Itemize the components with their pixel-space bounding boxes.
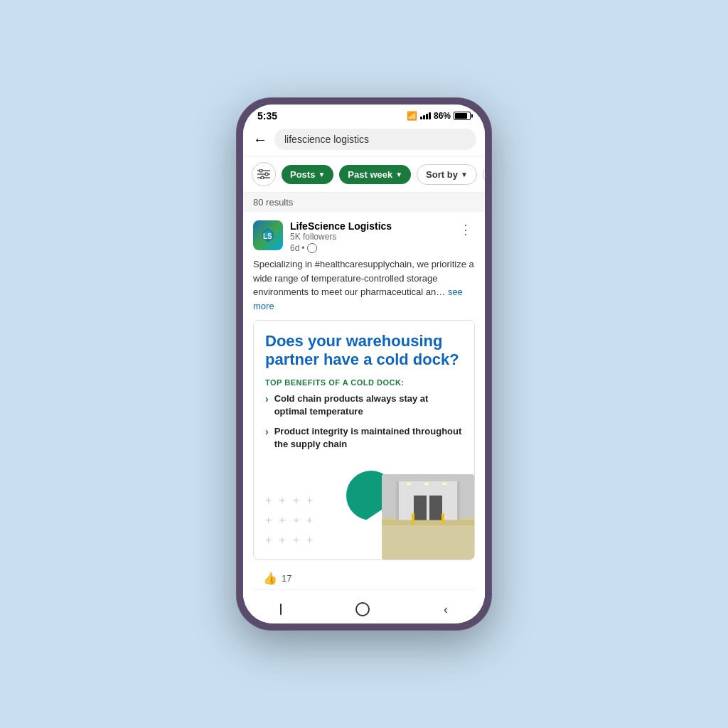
chevron-down-icon: ▼ [318, 171, 325, 178]
post-time-label: 6d [290, 243, 299, 253]
filter-pill-past-week[interactable]: Past week ▼ [339, 165, 411, 184]
filter-bar: Posts ▼ Past week ▼ Sort by ▼ Fr [243, 156, 485, 193]
filter-pill-sort-by[interactable]: Sort by ▼ [417, 164, 477, 185]
svg-rect-16 [424, 483, 429, 485]
filter-past-week-label: Past week [348, 169, 392, 180]
card-decorative: + + + + + + + + + + + + [254, 467, 320, 560]
benefit-arrow-icon: › [265, 393, 269, 405]
svg-point-3 [265, 173, 268, 176]
plus-icon: + [293, 534, 299, 547]
filter-sort-by-label: Sort by [426, 169, 458, 180]
results-count: 80 results [253, 197, 293, 208]
reaction-count: 17 [282, 573, 291, 584]
benefit-arrow-icon: › [265, 426, 269, 437]
card-bottom: + + + + + + + + + + + + [254, 467, 474, 560]
svg-text:LS: LS [263, 232, 272, 240]
svg-rect-18 [412, 513, 414, 524]
filter-pill-fr[interactable]: Fr [483, 164, 485, 185]
status-time: 5:35 [257, 110, 277, 122]
signal-bars-icon [420, 112, 431, 119]
wifi-icon: 📶 [407, 111, 417, 121]
sliders-icon [257, 169, 270, 179]
post-header: LS LifeScience Logistics 5K followers 6d… [253, 220, 475, 253]
nav-back-button[interactable]: ‹ [444, 602, 448, 617]
plus-icon: + [279, 514, 285, 527]
chevron-down-icon: ▼ [395, 171, 402, 178]
plus-icon: + [306, 514, 313, 527]
action-bar: Like Comment Repost [253, 590, 475, 598]
search-area: ← lifescience logistics [243, 124, 485, 156]
benefit-text-1: Cold chain products always stay at optim… [274, 392, 463, 418]
phone-screen: 5:35 📶 86% ← lifescience logistics [243, 105, 485, 623]
post-time: 6d • [290, 243, 392, 253]
svg-rect-15 [407, 483, 411, 485]
post-text: Specializing in #healthcaresupplychain, … [253, 259, 474, 297]
svg-rect-12 [414, 496, 427, 520]
plus-icon: + [293, 514, 299, 527]
svg-rect-19 [441, 513, 444, 524]
plus-icon: + [293, 494, 299, 507]
post-body: Specializing in #healthcaresupplychain, … [253, 257, 475, 313]
svg-rect-10 [396, 481, 399, 520]
card-headline: Does your warehousing partner have a col… [265, 332, 463, 370]
plus-icon: + [306, 534, 313, 547]
filter-pill-posts[interactable]: Posts ▼ [282, 165, 333, 184]
plus-icon: + [306, 494, 313, 507]
phone-device: 5:35 📶 86% ← lifescience logistics [236, 97, 492, 631]
battery-icon [454, 112, 471, 120]
card-text-area: Does your warehousing partner have a col… [254, 321, 474, 467]
post-content-card: Does your warehousing partner have a col… [253, 320, 475, 560]
svg-rect-13 [429, 496, 442, 520]
svg-point-5 [261, 176, 264, 179]
more-options-button[interactable]: ⋮ [456, 220, 475, 239]
status-icons: 📶 86% [407, 111, 471, 121]
dot-separator: • [301, 243, 304, 253]
warehouse-illustration [382, 474, 474, 560]
benefit-text-2: Product integrity is maintained througho… [274, 425, 463, 451]
author-info: LifeScience Logistics 5K followers 6d • [290, 220, 392, 253]
chevron-down-icon: ▼ [461, 171, 468, 178]
bottom-nav: ‹ [243, 598, 485, 623]
benefit-item-1: › Cold chain products always stay at opt… [265, 392, 463, 418]
back-button[interactable]: ← [252, 130, 269, 149]
reactions-bar: 👍 17 [253, 567, 475, 590]
plus-icon: + [279, 494, 285, 507]
plus-grid: + + + + + + + + + + + + [265, 494, 313, 547]
globe-icon [307, 243, 317, 253]
benefit-item-2: › Product integrity is maintained throug… [265, 425, 463, 451]
plus-icon: + [265, 514, 272, 527]
like-emoji: 👍 [263, 572, 277, 585]
svg-point-1 [259, 169, 262, 172]
battery-percent: 86% [434, 111, 451, 121]
svg-rect-11 [457, 481, 460, 520]
author-row: LS LifeScience Logistics 5K followers 6d… [253, 220, 392, 253]
svg-rect-14 [382, 520, 474, 525]
author-followers: 5K followers [290, 232, 392, 242]
plus-icon: + [279, 534, 285, 547]
author-name[interactable]: LifeScience Logistics [290, 220, 392, 232]
nav-home-button[interactable] [355, 602, 370, 616]
lifescience-logo-icon: LS [258, 225, 278, 245]
plus-icon: + [265, 534, 272, 547]
svg-rect-9 [396, 481, 460, 520]
plus-icon: + [265, 494, 272, 507]
nav-menu-button[interactable] [280, 604, 282, 615]
content-area[interactable]: LS LifeScience Logistics 5K followers 6d… [243, 212, 485, 598]
warehouse-image [382, 474, 474, 560]
search-input[interactable]: lifescience logistics [274, 129, 476, 150]
card-benefits-label: TOP BENEFITS OF A COLD DOCK: [265, 378, 463, 387]
filter-icon-button[interactable] [252, 162, 276, 186]
status-bar: 5:35 📶 86% [243, 105, 485, 124]
post-card: LS LifeScience Logistics 5K followers 6d… [243, 212, 485, 598]
filter-posts-label: Posts [290, 169, 315, 180]
company-logo[interactable]: LS [253, 220, 283, 250]
svg-rect-17 [442, 483, 446, 485]
results-bar: 80 results [243, 193, 485, 212]
